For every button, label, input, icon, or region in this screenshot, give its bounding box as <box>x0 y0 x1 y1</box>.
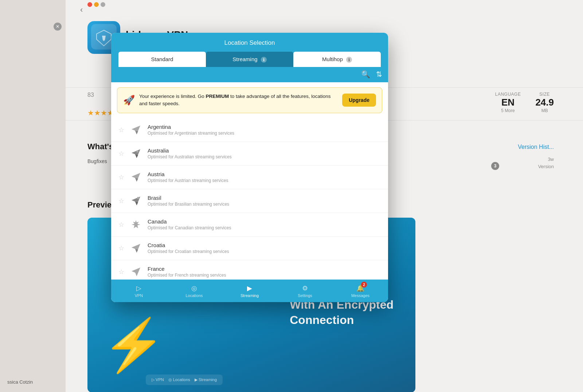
country-icon-argentina <box>129 123 142 136</box>
location-info-croatia: Croatia Optimised for Croatian streaming… <box>148 242 381 254</box>
location-name-argentina: Argentina <box>148 124 381 130</box>
location-name-australia: Australia <box>148 147 381 154</box>
tab-streaming[interactable]: Streaming ℹ <box>206 52 293 67</box>
bottom-nav-bar: ▷ VPN ◎ Locations ▶ Streaming ⚙ Settings… <box>111 280 388 302</box>
favorite-star-france[interactable]: ☆ <box>118 268 124 276</box>
favorite-star-australia[interactable]: ☆ <box>118 150 124 158</box>
traffic-lights <box>87 2 105 7</box>
streaming-info-icon[interactable]: ℹ <box>261 57 267 63</box>
location-info-brasil: Brasil Optimised for Brasilian streaming… <box>148 195 381 207</box>
multihop-info-icon[interactable]: ℹ <box>346 57 352 63</box>
location-desc-australia: Optimised for Australian streaming servi… <box>148 154 381 159</box>
favorite-star-croatia[interactable]: ☆ <box>118 244 124 252</box>
country-icon-brasil <box>129 194 142 207</box>
bg-sidebar <box>0 0 66 392</box>
user-name: ssica Cotzin <box>7 379 33 385</box>
location-name-france: France <box>148 266 381 272</box>
tab-bar: Standard Streaming ℹ Multihop ℹ <box>118 52 381 67</box>
version-label: Version <box>538 164 554 169</box>
streaming-icon-argentina <box>130 124 142 136</box>
country-icon-croatia <box>129 242 142 255</box>
tab-multihop[interactable]: Multihop ℹ <box>293 52 381 67</box>
search-icon[interactable]: 🔍 <box>361 70 370 79</box>
location-info-argentina: Argentina Optimised for Argentinian stre… <box>148 124 381 136</box>
location-item-brasil[interactable]: ☆ Brasil Optimised for Brasilian streami… <box>111 189 388 213</box>
modal-body: 🚀 Your experience is limited. Go PREMIUM… <box>111 82 388 280</box>
country-icon-canada <box>129 218 142 231</box>
favorite-star-austria[interactable]: ☆ <box>118 173 124 181</box>
sort-icon[interactable]: ⇅ <box>376 70 382 79</box>
location-name-brasil: Brasil <box>148 195 381 201</box>
nav-item-streaming[interactable]: ▶ Streaming <box>222 280 277 302</box>
modal-header: Location Selection Standard Streaming ℹ … <box>111 33 388 67</box>
location-info-france: France Optimised for French streaming se… <box>148 266 381 278</box>
stat-size-value: 24.9 <box>535 97 554 108</box>
preview-nav-vpn: ▷ VPN <box>152 377 164 382</box>
nav-item-messages[interactable]: 🔔 2 Messages <box>333 280 388 302</box>
nav-vpn-icon: ▷ <box>136 284 141 292</box>
location-item-france[interactable]: ☆ France Optimised for French streaming … <box>111 260 388 280</box>
stat-size: SIZE 24.9 MB <box>535 92 554 113</box>
maximize-dot[interactable] <box>101 2 105 7</box>
favorite-star-brasil[interactable]: ☆ <box>118 197 124 205</box>
country-icon-austria <box>129 171 142 184</box>
nav-item-vpn[interactable]: ▷ VPN <box>111 280 167 302</box>
nav-back-button[interactable]: ‹ <box>80 5 83 15</box>
tab-standard[interactable]: Standard <box>118 52 206 67</box>
stat-size-label: SIZE <box>535 92 554 97</box>
upgrade-text: Your experience is limited. Go PREMIUM t… <box>139 93 338 108</box>
whats-new-heading: What's <box>87 142 113 151</box>
location-info-canada: Canada Optimised for Canadian streaming … <box>148 218 381 230</box>
svg-point-2 <box>137 197 139 199</box>
nav-streaming-label: Streaming <box>240 293 259 298</box>
upgrade-text-bold: PREMIUM <box>206 94 229 99</box>
upgrade-button[interactable]: Upgrade <box>342 94 376 107</box>
rating-number: 83 <box>87 92 94 98</box>
location-desc-austria: Optimised for Austrian streaming service… <box>148 178 381 183</box>
nav-item-settings[interactable]: ⚙ Settings <box>277 280 333 302</box>
location-name-austria: Austria <box>148 171 381 177</box>
location-item-canada[interactable]: ☆ Canada Optimised for Canadian streamin… <box>111 213 388 237</box>
stat-language-value: EN <box>495 97 521 108</box>
location-name-canada: Canada <box>148 218 381 225</box>
streaming-icon-france <box>130 266 142 278</box>
streaming-icon-canada <box>130 219 142 230</box>
svg-point-1 <box>136 150 138 153</box>
preview-mockup-nav: ▷ VPN ◎ Locations ▶ Streaming <box>146 375 223 385</box>
location-item-croatia[interactable]: ☆ Croatia Optimised for Croatian streami… <box>111 237 388 260</box>
vpn-logo-icon <box>95 28 113 47</box>
location-item-austria[interactable]: ☆ Austria Optimised for Austrian streami… <box>111 166 388 189</box>
location-info-austria: Austria Optimised for Austrian streaming… <box>148 171 381 183</box>
location-item-argentina[interactable]: ☆ Argentina Optimised for Argentinian st… <box>111 118 388 142</box>
location-name-croatia: Croatia <box>148 242 381 248</box>
toolbar-row: 🔍 ⇅ <box>111 67 388 82</box>
nav-item-locations[interactable]: ◎ Locations <box>167 280 222 302</box>
location-desc-brasil: Optimised for Brasilian streaming servic… <box>148 202 381 207</box>
stat-language-sub: 5 More <box>495 108 521 113</box>
close-dot[interactable] <box>87 2 92 7</box>
stat-language: LANGUAGE EN 5 More <box>495 92 521 113</box>
location-desc-canada: Optimised for Canadian streaming service… <box>148 225 381 230</box>
streaming-icon-brasil <box>130 195 142 207</box>
nav-vpn-label: VPN <box>135 293 143 298</box>
bugfix-text: Bugfixes <box>87 158 107 164</box>
location-item-australia[interactable]: ☆ Australia Optimised for Australian str… <box>111 142 388 166</box>
location-desc-argentina: Optimised for Argentinian streaming serv… <box>148 131 381 136</box>
location-desc-croatia: Optimised for Croatian streaming service… <box>148 249 381 254</box>
minimize-dot[interactable] <box>94 2 99 7</box>
favorite-star-canada[interactable]: ☆ <box>118 221 124 229</box>
nav-locations-icon: ◎ <box>191 284 197 292</box>
location-desc-france: Optimised for French streaming services <box>148 273 381 278</box>
country-icon-france <box>129 265 142 278</box>
favorite-star-argentina[interactable]: ☆ <box>118 126 124 134</box>
streaming-icon-croatia <box>130 242 142 254</box>
svg-marker-0 <box>97 30 111 46</box>
close-button[interactable] <box>54 23 62 31</box>
upgrade-banner: 🚀 Your experience is limited. Go PREMIUM… <box>117 87 382 113</box>
streaming-icon-austria <box>130 171 142 183</box>
upgrade-text-before: Your experience is limited. Go <box>139 94 206 99</box>
version-history-link[interactable]: Version Hist... <box>518 144 554 150</box>
rocket-icon: 🚀 <box>123 95 135 106</box>
nav-messages-label: Messages <box>351 293 369 298</box>
preview-nav-loc: ◎ Locations <box>168 377 190 382</box>
